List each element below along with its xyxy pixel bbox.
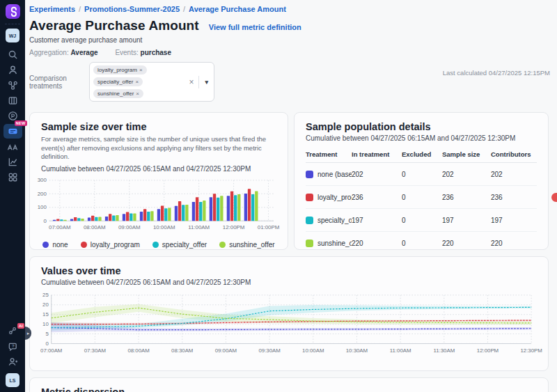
metrics-icon	[8, 127, 18, 136]
chip-remove-icon[interactable]: ×	[139, 67, 143, 73]
treatment-chip[interactable]: sunshine_offer×	[93, 89, 143, 98]
table-row: sunshine_offer2200220220	[306, 232, 537, 250]
values-title: Values over time	[41, 265, 537, 276]
treatment-name: none (baseline)	[317, 171, 352, 178]
svg-text:15: 15	[42, 311, 49, 317]
treatment-name: sunshine_offer	[317, 240, 352, 247]
chip-remove-icon[interactable]: ×	[135, 79, 139, 85]
sample-size-range: Cumulative between 04/27/2025 06:15AM an…	[41, 165, 276, 173]
sidebar-item-analytics[interactable]	[0, 154, 25, 169]
col-treatment: Treatment	[306, 150, 352, 158]
sidebar-item-invite[interactable]	[0, 354, 25, 369]
sidebar-item-segments[interactable]	[0, 93, 25, 108]
col-sample-size: Sample size	[442, 150, 491, 158]
svg-text:01:00PM: 01:00PM	[258, 224, 280, 230]
pulse-icon	[8, 111, 18, 121]
workspace-initials: WJ	[6, 29, 19, 42]
user-initials: LS	[6, 373, 19, 387]
svg-text:11:30AM: 11:30AM	[433, 347, 455, 354]
svg-text:12:00PM: 12:00PM	[223, 224, 245, 230]
sidebar-divider	[5, 24, 20, 24]
svg-text:0: 0	[43, 217, 47, 224]
svg-text:07:30AM: 07:30AM	[84, 347, 106, 354]
events-label: Events:	[115, 49, 138, 56]
nodes-icon	[8, 80, 18, 91]
treatment-chip[interactable]: loyalty_program×	[93, 65, 147, 75]
feedback-tab[interactable]	[551, 193, 557, 202]
legend-dot	[219, 242, 226, 248]
metric-dispersion-card: Metric dispersion Cumulative between 04/…	[29, 377, 549, 392]
ab-test-icon	[7, 141, 18, 152]
aggregation-row: Aggregation: Average Events: purchase	[29, 49, 549, 56]
svg-text:200: 200	[38, 190, 47, 196]
sidebar: WJ NEW AI ?	[0, 0, 25, 392]
events-value: purchase	[141, 49, 171, 56]
page-title: Average Purchase Amount	[29, 18, 199, 33]
breadcrumb-experiment-name[interactable]: Promotions-Summer-2025	[84, 5, 180, 13]
svg-text:10:00AM: 10:00AM	[302, 347, 324, 354]
table-row: specialty_offer1970197197	[306, 209, 537, 232]
svg-text:0: 0	[45, 340, 49, 347]
aggregation-value: Average	[71, 49, 98, 56]
clear-all-icon[interactable]: ×	[184, 77, 198, 87]
workspace-avatar[interactable]: WJ	[0, 28, 25, 43]
search-icon	[8, 49, 18, 60]
svg-text:25: 25	[42, 292, 49, 298]
treatment-color-swatch	[306, 240, 313, 247]
chart-legend: noneloyalty_programspecialty_offersunshi…	[41, 241, 276, 249]
svg-text:07:00AM: 07:00AM	[49, 224, 71, 230]
sidebar-item-gates[interactable]	[0, 77, 25, 93]
population-title: Sample population details	[306, 121, 537, 132]
svg-text:09:00AM: 09:00AM	[118, 224, 141, 230]
breadcrumb: Experiments/Promotions-Summer-2025/Avera…	[29, 5, 549, 13]
sidebar-item-search[interactable]	[0, 47, 25, 62]
breadcrumb-experiments[interactable]: Experiments	[29, 5, 75, 13]
help-chat-icon: ?	[8, 341, 18, 352]
svg-text:300: 300	[38, 177, 47, 183]
chevron-down-icon[interactable]: ▾	[199, 79, 214, 86]
statsig-logo-icon	[6, 4, 20, 19]
view-metric-definition-link[interactable]: View full metric definition	[209, 23, 301, 31]
treatment-chip[interactable]: specialty_offer×	[93, 77, 143, 86]
line-chart-icon	[8, 157, 18, 167]
treatment-color-swatch	[306, 194, 313, 201]
ai-badge: AI	[17, 323, 24, 329]
svg-text:09:30AM: 09:30AM	[258, 347, 280, 354]
app-logo[interactable]	[0, 3, 25, 19]
population-range: Cumulative between 04/27/2025 06:15AM an…	[306, 134, 537, 142]
sidebar-item-dashboards[interactable]	[0, 169, 25, 185]
comparison-treatments-select[interactable]: loyalty_program×specialty_offer×sunshine…	[89, 62, 214, 102]
sample-size-card: Sample size over time For average metric…	[29, 112, 288, 250]
table-header: Treatment In treatment Excluded Sample s…	[306, 148, 537, 163]
table-row: none (baseline)2020202202	[306, 163, 537, 186]
legend-item: loyalty_program	[81, 241, 140, 249]
legend-item: none	[42, 241, 68, 249]
svg-text:5: 5	[45, 331, 49, 337]
values-over-time-card: Values over time Cumulative between 04/2…	[29, 256, 549, 371]
svg-text:08:30AM: 08:30AM	[171, 347, 193, 354]
svg-text:12:00PM: 12:00PM	[477, 347, 499, 354]
svg-text:09:00AM: 09:00AM	[215, 347, 237, 354]
comparison-treatments-label: Comparison treatments	[29, 75, 85, 90]
sample-size-chart[interactable]: 010020030007:00AM08:00AM09:00AM10:00AM11…	[38, 175, 278, 239]
sidebar-item-metrics-selected[interactable]: NEW	[0, 123, 25, 139]
values-over-time-chart[interactable]: 051015202507:00AM07:30AM08:00AM08:30AM09…	[41, 291, 537, 359]
sidebar-item-help[interactable]: ?	[0, 338, 25, 354]
sidebar-item-ai[interactable]: AI	[0, 323, 25, 338]
svg-text:12:30PM: 12:30PM	[520, 347, 542, 354]
breadcrumb-metric-name[interactable]: Average Purchase Amount	[189, 5, 286, 13]
svg-text:07:00AM: 07:00AM	[40, 347, 62, 354]
treatment-chips: loyalty_program×specialty_offer×sunshine…	[92, 64, 182, 100]
legend-dot	[42, 242, 49, 248]
chip-remove-icon[interactable]: ×	[136, 91, 139, 97]
treatment-name: specialty_offer	[317, 217, 352, 224]
metric-subtitle: Customer average purchase amount	[29, 36, 549, 44]
sidebar-item-experiments[interactable]	[0, 139, 25, 154]
legend-dot	[81, 242, 87, 248]
person-plus-icon	[8, 356, 18, 367]
user-avatar[interactable]: LS	[0, 373, 25, 388]
main-content: Experiments/Promotions-Summer-2025/Avera…	[25, 0, 557, 392]
sidebar-item-users[interactable]	[0, 62, 25, 77]
svg-text:100: 100	[38, 204, 47, 210]
svg-text:08:00AM: 08:00AM	[127, 347, 149, 354]
